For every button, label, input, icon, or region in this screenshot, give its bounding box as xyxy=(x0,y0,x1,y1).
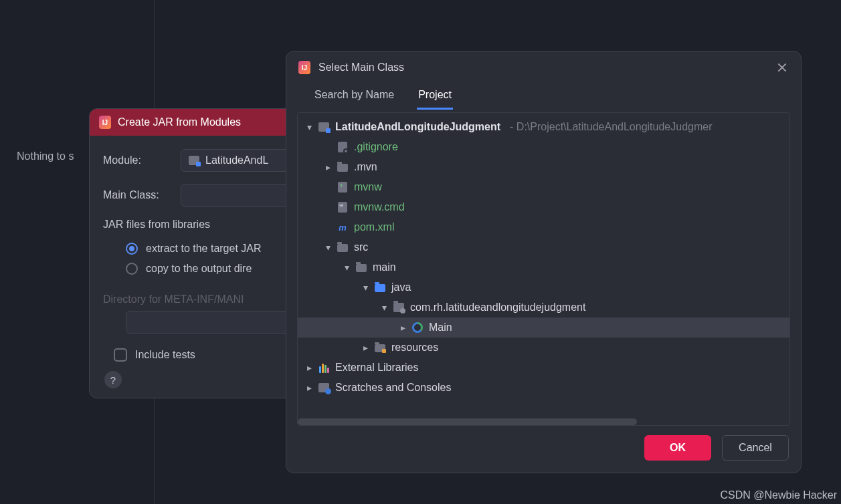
file-label: .gitignore xyxy=(354,141,398,153)
project-tree: ▾ LatitudeAndLongitudeJudgment - D:\Proj… xyxy=(298,113,789,402)
package-label: com.rh.latitudeandlongitudejudgment xyxy=(410,301,585,313)
chevron-down-icon[interactable]: ▾ xyxy=(306,122,312,132)
file-label: mvnw xyxy=(354,181,382,193)
chevron-right-icon[interactable]: ▸ xyxy=(324,162,331,172)
tree-file-gitignore[interactable]: .gitignore xyxy=(298,137,789,157)
main-class-label: Main Class: xyxy=(103,189,169,201)
class-icon xyxy=(412,322,423,333)
project-path: - D:\Project\LatitudeAndLongitudeJudgmer xyxy=(510,121,712,133)
chevron-down-icon[interactable]: ▾ xyxy=(324,242,331,253)
close-icon[interactable] xyxy=(775,61,789,74)
resources-folder-icon xyxy=(375,344,385,352)
tree-file-mvnw[interactable]: mvnw xyxy=(298,177,789,197)
select-main-class-dialog: Select Main Class Search by Name Project… xyxy=(286,51,802,473)
checkbox-icon xyxy=(114,348,127,362)
help-symbol: ? xyxy=(110,374,116,386)
watermark-text: CSDN @Newbie Hacker xyxy=(720,489,837,501)
tree-folder-mvn[interactable]: ▸ .mvn xyxy=(298,157,789,177)
tree-project-root[interactable]: ▾ LatitudeAndLongitudeJudgment - D:\Proj… xyxy=(298,117,789,137)
script-file-icon xyxy=(338,182,347,193)
cancel-button[interactable]: Cancel xyxy=(722,435,789,461)
file-icon xyxy=(338,202,347,213)
tree-file-pom[interactable]: m pom.xml xyxy=(298,217,789,237)
include-tests-label: Include tests xyxy=(135,349,195,361)
select-main-class-titlebar: Select Main Class xyxy=(286,51,801,80)
chevron-right-icon[interactable]: ▸ xyxy=(362,342,369,353)
tree-folder-src[interactable]: ▾ src xyxy=(298,237,789,257)
folder-icon xyxy=(337,244,348,252)
external-libraries-label: External Libraries xyxy=(335,362,419,374)
module-value: LatitudeAndL xyxy=(205,154,268,166)
package-icon xyxy=(393,303,404,312)
folder-label: java xyxy=(391,281,411,293)
project-name: LatitudeAndLongitudeJudgment xyxy=(335,121,500,133)
folder-label: resources xyxy=(391,342,438,354)
tab-search-by-name[interactable]: Search by Name xyxy=(313,84,395,110)
app-icon xyxy=(99,116,111,129)
tab-project[interactable]: Project xyxy=(417,84,453,110)
project-tree-pane[interactable]: ▾ LatitudeAndLongitudeJudgment - D:\Proj… xyxy=(297,112,790,426)
radio-icon xyxy=(126,263,138,275)
radio-extract-label: extract to the target JAR xyxy=(146,243,262,255)
chevron-right-icon[interactable]: ▸ xyxy=(306,362,312,373)
app-icon xyxy=(298,61,310,74)
module-icon xyxy=(318,122,329,132)
chevron-down-icon[interactable]: ▾ xyxy=(381,302,387,313)
scratches-icon xyxy=(318,383,329,392)
tree-scratches[interactable]: ▸ Scratches and Consoles xyxy=(298,378,789,398)
tree-external-libraries[interactable]: ▸ External Libraries xyxy=(298,358,789,378)
chevron-right-icon[interactable]: ▸ xyxy=(399,322,406,333)
tabs: Search by Name Project xyxy=(286,80,801,110)
help-button[interactable]: ? xyxy=(104,371,122,388)
folder-label: main xyxy=(373,261,396,273)
tree-package[interactable]: ▾ com.rh.latitudeandlongitudejudgment xyxy=(298,297,789,318)
scratches-label: Scratches and Consoles xyxy=(335,382,451,394)
class-label: Main xyxy=(429,322,452,334)
radio-copy-label: copy to the output dire xyxy=(146,263,252,275)
file-label: mvnw.cmd xyxy=(354,201,405,213)
tree-folder-java[interactable]: ▾ java xyxy=(298,277,789,297)
horizontal-scrollbar[interactable] xyxy=(298,417,789,425)
chevron-down-icon[interactable]: ▾ xyxy=(362,282,369,293)
folder-label: src xyxy=(354,241,368,253)
folder-icon xyxy=(337,164,348,172)
tree-folder-resources[interactable]: ▸ resources xyxy=(298,338,789,358)
file-label: pom.xml xyxy=(354,221,394,233)
tree-class-main[interactable]: ▸ Main xyxy=(298,318,789,338)
libraries-icon xyxy=(319,362,329,373)
chevron-right-icon[interactable]: ▸ xyxy=(306,382,312,393)
maven-icon: m xyxy=(337,221,349,233)
module-icon xyxy=(189,156,199,165)
create-jar-title: Create JAR from Modules xyxy=(118,116,241,128)
background-text: Nothing to s xyxy=(17,150,74,162)
folder-label: .mvn xyxy=(354,161,377,173)
tree-file-mvnw-cmd[interactable]: mvnw.cmd xyxy=(298,197,789,217)
ok-button[interactable]: OK xyxy=(644,435,711,461)
folder-icon xyxy=(356,264,367,272)
chevron-down-icon[interactable]: ▾ xyxy=(343,262,350,273)
radio-icon xyxy=(126,243,138,255)
source-folder-icon xyxy=(375,284,385,292)
tree-folder-main[interactable]: ▾ main xyxy=(298,257,789,277)
dialog-title: Select Main Class xyxy=(318,61,404,74)
file-icon xyxy=(338,142,347,152)
module-label: Module: xyxy=(103,154,169,166)
dialog-footer: OK Cancel xyxy=(286,426,801,473)
scrollbar-thumb[interactable] xyxy=(298,418,637,425)
